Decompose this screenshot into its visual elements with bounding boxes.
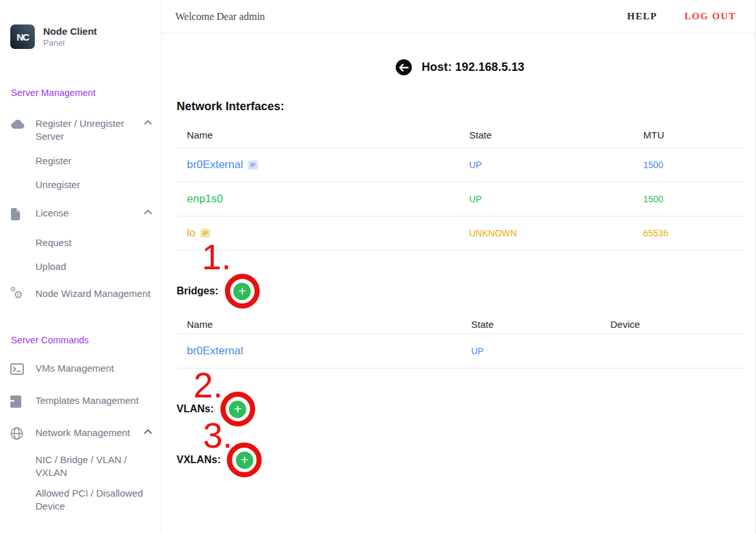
sidebar-item-label: Network Management [35,426,140,439]
ip-badge[interactable]: IP [248,160,258,169]
vlans-header-row: 2. VLANs: + [177,392,744,426]
host-row: Host: 192.168.5.13 [177,59,744,75]
app-root: NC Node Client Panel Server Management R… [0,0,756,534]
network-interfaces-title: Network Interfaces: [177,100,744,113]
globe-icon [10,426,27,441]
page-content: Host: 192.168.5.13 Network Interfaces: N… [162,33,755,534]
sidebar-item-vms-management[interactable]: VMs Management [0,362,161,376]
chevron-up-icon[interactable] [144,429,152,434]
table-header-row: Name State MTU [177,122,744,148]
logo-text: Node Client Panel [43,25,97,48]
app-subtitle: Panel [43,37,97,48]
host-title: Host: 192.168.5.13 [422,61,525,74]
interface-name-link[interactable]: br0External [187,158,243,171]
sidebar-item-label: VMs Management [35,362,152,375]
logo-block[interactable]: NC Node Client Panel [0,24,161,49]
column-header-mtu: MTU [633,129,744,140]
ip-badge[interactable]: IP [200,229,210,238]
interface-mtu: 1500 [633,194,744,204]
table-row: br0External UP [177,334,744,368]
table-row: br0External IP UP 1500 [177,148,744,182]
column-header-name: Name [177,319,461,330]
nav-heading-server-commands: Server Commands [0,335,161,345]
chevron-up-icon[interactable] [144,209,152,215]
vxlans-header-row: 3. VXLANs: + [177,443,744,477]
file-icon [10,207,27,221]
sidebar-item-node-wizard-management[interactable]: ⚙⚙ Node Wizard Management [0,287,161,301]
sidebar-item-label: Register / Unregister Server [35,117,140,143]
sidebar-item-nic-bridge-vlan-vxlan[interactable]: NIC / Bridge / VLAN / VXLAN [0,453,161,479]
sidebar-item-label: License [35,207,140,220]
bridges-title: Bridges: [177,285,218,297]
back-button[interactable] [396,59,412,75]
logout-link[interactable]: LOG OUT [684,11,736,22]
interface-name-link[interactable]: lo [187,227,195,240]
table-row: enp1s0 UP 1500 [177,182,744,216]
add-vxlan-annotated: + [227,443,262,477]
welcome-message: Welcome Dear admin [175,11,265,23]
bridge-name-link[interactable]: br0External [187,345,243,358]
main-area: Welcome Dear admin HELP LOG OUT Host: 19… [162,0,755,534]
column-header-state: State [461,319,600,330]
bridges-table: Name State Device br0External UP [177,315,744,368]
vxlans-title: VXLANs: [177,454,220,466]
sidebar-item-register-unregister-server[interactable]: Register / Unregister Server [0,117,161,143]
app-title: Node Client [43,25,97,37]
table-row: lo IP UNKNOWN 65536 [177,216,744,251]
sidebar-item-upload[interactable]: Upload [0,260,161,273]
help-link[interactable]: HELP [627,11,657,22]
book-icon [10,394,27,408]
interface-state: UP [459,160,633,170]
table-header-row: Name State Device [177,315,744,334]
topbar: Welcome Dear admin HELP LOG OUT [162,0,755,33]
sidebar-item-network-management[interactable]: Network Management [0,426,161,441]
bridge-state: UP [461,346,600,356]
column-header-name: Name [177,129,459,140]
terminal-icon [10,362,27,376]
annotation-step-2: 2. [193,368,223,403]
cloud-icon [10,117,27,131]
sidebar-item-templates-management[interactable]: Templates Management [0,394,161,408]
sidebar-item-label: Node Wizard Management [35,287,152,300]
sidebar-item-allowed-pci-disallowed-device[interactable]: Allowed PCI / Disallowed Device [0,487,161,513]
column-header-state: State [459,129,633,140]
add-bridge-button[interactable]: + [233,283,251,300]
interface-state: UNKNOWN [459,228,633,238]
sidebar-item-request[interactable]: Request [0,236,161,249]
annotation-step-1: 1. [202,240,231,275]
network-interfaces-table: Name State MTU br0External IP UP 1500 en… [177,122,744,251]
app-logo: NC [10,24,35,49]
interface-mtu: 65536 [633,228,744,238]
sidebar-item-unregister[interactable]: Unregister [0,178,161,191]
sidebar: NC Node Client Panel Server Management R… [0,0,162,534]
add-bridge-annotated: + [225,274,260,309]
chevron-up-icon[interactable] [144,120,152,125]
interface-state: UP [459,194,633,204]
add-vxlan-button[interactable]: + [236,452,253,469]
column-header-device: Device [600,319,744,330]
nav-heading-server-management: Server Management [0,88,161,98]
sidebar-item-label: Templates Management [35,394,152,407]
sidebar-item-register[interactable]: Register [0,155,161,167]
interface-mtu: 1500 [633,160,744,170]
gears-icon: ⚙⚙ [10,287,27,301]
interface-name-link[interactable]: enp1s0 [187,193,223,205]
sidebar-item-license[interactable]: License [0,207,161,221]
bridges-header-row: 1. Bridges: + [177,274,744,309]
